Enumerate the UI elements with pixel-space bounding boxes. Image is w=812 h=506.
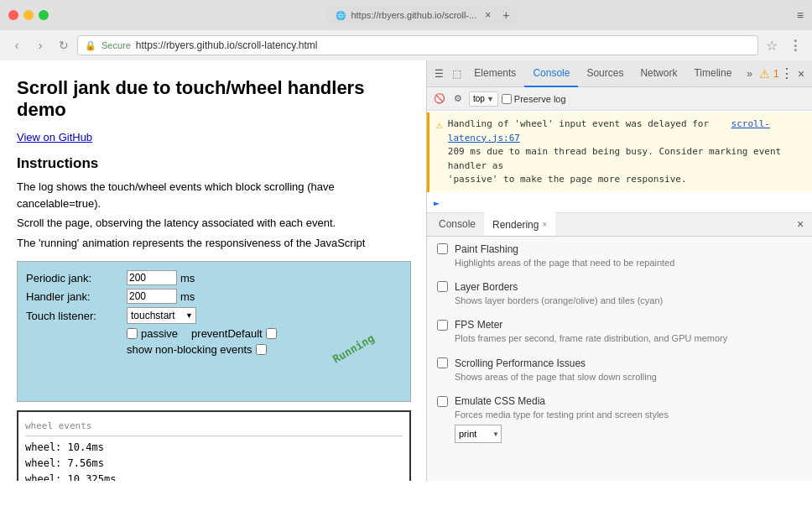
render-item-scrolling-perf: Scrolling Performance Issues Shows areas… [437, 357, 802, 383]
paint-flashing-checkbox[interactable] [437, 243, 448, 254]
demo-box: Periodic jank: ms Handler jank: ms Touch… [17, 261, 411, 402]
devtools-more-tabs[interactable]: » [740, 68, 759, 80]
running-area: Running [26, 359, 402, 393]
forward-button[interactable]: › [30, 35, 50, 55]
periodic-jank-unit: ms [180, 272, 195, 284]
paint-flashing-title: Paint Flashing [455, 243, 518, 255]
instruction-1: The log shows the touch/wheel events whi… [17, 179, 409, 211]
new-tab-btn[interactable]: + [502, 8, 509, 22]
maximize-button[interactable] [39, 10, 49, 20]
handler-jank-input[interactable] [127, 289, 177, 304]
show-events-checkbox[interactable] [256, 344, 267, 355]
back-button[interactable]: ‹ [7, 35, 27, 55]
bookmark-button[interactable]: ☆ [762, 35, 782, 55]
emulate-media-select[interactable]: print screen none [455, 425, 502, 443]
touch-listener-label: Touch listener: [26, 310, 127, 322]
sub-tabs-bar: Console Rendering × × [427, 213, 812, 237]
render-item-paint-header: Paint Flashing [437, 243, 802, 255]
browser-menu-button[interactable]: ⋮ [785, 35, 805, 55]
instructions-heading: Instructions [17, 155, 409, 172]
passive-checkbox[interactable] [127, 328, 138, 339]
log-header: wheel events [25, 419, 403, 436]
scrolling-perf-desc: Shows areas of the page that slow down s… [455, 371, 802, 383]
layer-borders-desc: Shows layer borders (orange/olive) and t… [455, 295, 802, 307]
sub-tab-rendering-label: Rendering [492, 219, 539, 231]
emulate-css-checkbox[interactable] [437, 396, 448, 407]
passive-row: passive preventDefault [26, 327, 402, 340]
layer-borders-title: Layer Borders [455, 281, 518, 293]
warning-count: 1 [773, 68, 779, 80]
paint-flashing-desc: Highlights areas of the page that need t… [455, 257, 802, 269]
periodic-jank-label: Periodic jank: [26, 272, 127, 284]
top-right-icon: ≡ [797, 8, 804, 22]
fps-meter-title: FPS Meter [455, 319, 502, 331]
address-bar-row: ‹ › ↻ 🔒 Secure https://rbyers.github.io/… [0, 30, 812, 60]
lock-icon: 🔒 [85, 40, 96, 51]
preserve-log-row: Preserve log [502, 94, 566, 104]
log-box: wheel events wheel: 10.4ms wheel: 7.56ms… [17, 410, 411, 481]
sub-tab-rendering[interactable]: Rendering × [484, 212, 555, 236]
emulate-row: print screen none ▼ [455, 425, 802, 443]
page-content: Scroll jank due to touch/wheel handlers … [0, 60, 426, 481]
warning-message: ⚠ Handling of 'wheel' input event was de… [427, 112, 812, 192]
fps-meter-checkbox[interactable] [437, 320, 448, 331]
console-toolbar: 🚫 ⚙ top ▼ Preserve log [427, 87, 812, 111]
tab-timeline[interactable]: Timeline [685, 60, 740, 87]
tab-favicon: 🌐 [336, 11, 346, 20]
render-item-layer-borders: Layer Borders Shows layer borders (orang… [437, 281, 802, 307]
sub-tab-console[interactable]: Console [430, 212, 484, 236]
refresh-button[interactable]: ↻ [54, 35, 74, 55]
devtools-dock-icon[interactable]: ☰ [430, 64, 448, 84]
handler-jank-label: Handler jank: [26, 290, 127, 303]
fps-meter-desc: Plots frames per second, frame rate dist… [455, 332, 802, 345]
handler-jank-row: Handler jank: ms [26, 289, 402, 304]
render-item-scroll-header: Scrolling Performance Issues [437, 357, 802, 369]
filter-dropdown-icon[interactable]: ▼ [487, 95, 494, 103]
render-item-layer-header: Layer Borders [437, 281, 802, 293]
tab-elements[interactable]: Elements [466, 60, 524, 87]
prompt-arrow: ► [434, 197, 440, 209]
devtools-warning-count: ⚠ 1 [759, 67, 779, 81]
sub-tab-console-label: Console [439, 218, 476, 230]
tab-network[interactable]: Network [632, 60, 685, 87]
periodic-jank-input[interactable] [127, 270, 177, 285]
tab-console[interactable]: Console [524, 60, 578, 87]
devtools-settings-icon[interactable]: ⋮ [779, 65, 794, 82]
handler-jank-unit: ms [180, 290, 195, 303]
devtools-panel: ☰ ⬚ Elements Console Sources Network Tim… [426, 60, 812, 481]
clear-console-button[interactable]: 🚫 [432, 91, 447, 107]
tab-sources[interactable]: Sources [578, 60, 632, 87]
page-title: Scroll jank due to touch/wheel handlers … [17, 77, 409, 121]
emulate-css-title: Emulate CSS Media [455, 395, 545, 407]
source-link[interactable]: scroll-latency.js:67 [448, 118, 770, 143]
emulate-css-desc: Forces media type for testing print and … [455, 409, 802, 421]
touch-listener-select[interactable]: touchstart touchmove touchend none [127, 307, 196, 324]
layer-borders-checkbox[interactable] [437, 281, 448, 292]
periodic-jank-row: Periodic jank: ms [26, 270, 402, 285]
devtools-inspect-icon[interactable]: ⬚ [448, 64, 466, 84]
close-button[interactable] [8, 10, 18, 20]
scrolling-perf-title: Scrolling Performance Issues [455, 357, 586, 369]
instruction-3: The 'running' animation represents the r… [17, 235, 409, 252]
print-select-wrap: print screen none ▼ [455, 425, 502, 443]
filter-icon[interactable]: ⚙ [450, 91, 466, 107]
devtools-top-tabs: ☰ ⬚ Elements Console Sources Network Tim… [427, 60, 812, 87]
prevent-default-checkbox[interactable] [266, 328, 277, 339]
console-prompt: ► [427, 194, 812, 212]
touch-listener-row: Touch listener: touchstart touchmove tou… [26, 307, 402, 324]
sub-panel-close-button[interactable]: × [792, 216, 809, 232]
console-area: 🚫 ⚙ top ▼ Preserve log ⚠ Handling of 'wh… [427, 87, 812, 213]
minimize-button[interactable] [23, 10, 34, 20]
address-field[interactable]: 🔒 Secure https://rbyers.github.io/scroll… [77, 35, 758, 55]
tab-close-btn[interactable]: × [485, 9, 491, 21]
render-item-emulate-css: Emulate CSS Media Forces media type for … [437, 395, 802, 443]
render-item-fps-header: FPS Meter [437, 319, 802, 331]
preserve-log-checkbox[interactable] [502, 94, 512, 104]
rendering-list: Paint Flashing Highlights areas of the p… [427, 237, 812, 482]
devtools-close-button[interactable]: × [794, 65, 809, 82]
sub-tab-rendering-close[interactable]: × [542, 220, 547, 229]
render-item-fps-meter: FPS Meter Plots frames per second, frame… [437, 319, 802, 345]
filter-label: top [473, 94, 485, 103]
github-link[interactable]: View on GitHub [17, 131, 409, 143]
scrolling-perf-checkbox[interactable] [437, 357, 448, 368]
